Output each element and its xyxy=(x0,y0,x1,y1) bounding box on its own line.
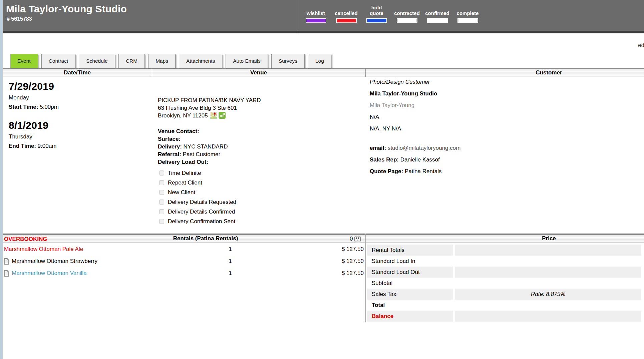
datetime-section-header: Date/Time xyxy=(3,69,152,76)
document-icon xyxy=(4,270,9,277)
page-title: Mila Taylor-Young Studio xyxy=(6,3,127,15)
tab-attachments[interactable]: Attachments xyxy=(179,54,222,68)
confirmed-swatch xyxy=(427,18,448,23)
rentals-section-header: Rentals (Patina Rentals) xyxy=(3,235,408,242)
checkbox-row-delivery-details-requested: Delivery Details Requested xyxy=(158,197,358,207)
checkbox-row-delivery-confirmation-sent: Delivery Confirmation Sent xyxy=(158,217,358,226)
venue-contact-label: Venue Contact: xyxy=(158,127,358,135)
price-row-standard-load-in: Standard Load In xyxy=(367,256,641,267)
end-date: 8/1/2019 xyxy=(9,120,142,131)
price-row-total: Total xyxy=(367,300,641,311)
column-divider xyxy=(152,69,152,77)
rental-item-link[interactable]: Marshmallow Ottoman Strawberry xyxy=(3,258,97,265)
venue-column: PICKUP FROM PATINA/BK NAVY YARD 63 Flush… xyxy=(158,96,358,226)
referral-value: Past Customer xyxy=(183,151,220,157)
customer-address2: N/A, NY N/A xyxy=(370,126,630,131)
start-day: Monday xyxy=(9,94,142,101)
tab-schedule[interactable]: Schedule xyxy=(79,54,115,68)
delivery-load-out-label: Delivery Load Out: xyxy=(158,158,358,166)
customer-company: Mila Taylor-Young Studio xyxy=(370,91,630,96)
rentals-price-divider xyxy=(365,234,366,322)
checkbox-row-delivery-details-confirmed: Delivery Details Confirmed xyxy=(158,207,358,217)
venue-name: PICKUP FROM PATINA/BK NAVY YARD xyxy=(158,96,358,104)
venue-surface-label: Surface: xyxy=(158,135,358,143)
rental-row: Marshmallow Ottoman Vanilla 1 $ 127.50 xyxy=(3,267,365,279)
contracted-swatch xyxy=(397,18,417,23)
legend-item-hold-quote: hold quote xyxy=(361,1,392,23)
rental-row: Marshmallow Ottoman Pale Ale 1 $ 127.50 xyxy=(3,243,365,255)
header-bar: Mila Taylor-Young Studio # 5615783 wishl… xyxy=(3,0,644,33)
rental-price: $ 127.50 xyxy=(313,270,364,277)
venue-section-header: Venue xyxy=(152,69,365,76)
price-row-standard-load-out: Standard Load Out xyxy=(367,267,641,278)
quote-page-line: Quote Page: Patina Rentals xyxy=(370,168,630,174)
wishlist-swatch xyxy=(306,18,326,23)
venue-address-line1: 63 Flushing Ave Bldg 3 Ste 601 xyxy=(158,104,358,112)
tab-surveys[interactable]: Surveys xyxy=(271,54,305,68)
price-row-rental-totals: Rental Totals xyxy=(367,245,641,256)
delivery-details-confirmed-checkbox[interactable] xyxy=(159,209,164,214)
start-time: 5:00pm xyxy=(40,104,59,110)
venue-referral-line: Referral: Past Customer xyxy=(158,150,358,158)
delivery-confirmation-sent-checkbox[interactable] xyxy=(159,219,164,224)
tab-maps[interactable]: Maps xyxy=(148,54,176,68)
section-header-band: Date/Time Venue Customer xyxy=(3,68,644,76)
rental-item-link[interactable]: Marshmallow Ottoman Vanilla xyxy=(3,270,87,277)
end-time-line: End Time: 9:00am xyxy=(9,142,142,149)
complete-swatch xyxy=(457,18,478,23)
edit-link[interactable]: edit xyxy=(638,42,644,49)
price-table: Rental Totals Standard Load In Standard … xyxy=(367,245,641,322)
column-divider xyxy=(365,69,366,77)
start-date: 7/29/2019 xyxy=(9,81,142,92)
delivery-details-requested-checkbox[interactable] xyxy=(159,200,164,205)
tab-log[interactable]: Log xyxy=(308,54,331,68)
checkbox-row-repeat-client: Repeat Client xyxy=(158,178,358,188)
price-section-header: Price xyxy=(366,235,644,242)
customer-section-header: Customer xyxy=(365,69,644,76)
tab-crm[interactable]: CRM xyxy=(118,54,145,68)
end-time: 9:00am xyxy=(38,143,57,149)
customer-column: Photo/Design Customer Mila Taylor-Young … xyxy=(370,79,630,180)
tab-bar: Event Contract Schedule CRM Maps Attachm… xyxy=(10,54,331,68)
google-maps-icon[interactable] xyxy=(210,112,217,119)
tab-auto-emails[interactable]: Auto Emails xyxy=(226,54,268,68)
tab-event[interactable]: Event xyxy=(10,54,38,68)
start-time-line: Start Time: 5:00pm xyxy=(9,103,142,110)
legend-item-confirmed: confirmed xyxy=(422,1,452,23)
venue-delivery-line: Delivery: NYC STANDARD xyxy=(158,143,358,150)
rental-price: $ 127.50 xyxy=(313,258,364,265)
sales-rep-line: Sales Rep: Danielle Kassof xyxy=(370,157,630,162)
rental-qty: 1 xyxy=(180,246,280,253)
cancelled-swatch xyxy=(336,18,357,23)
quote-page: Patina Rentals xyxy=(405,168,442,174)
sales-tax-rate: Rate: 8.875% xyxy=(455,289,641,300)
document-icon xyxy=(4,258,9,265)
legend-item-cancelled: cancelled xyxy=(331,1,361,23)
rental-qty: 1 xyxy=(180,270,280,277)
price-row-balance: Balance xyxy=(367,311,641,322)
delivery-value: NYC STANDARD xyxy=(184,143,228,150)
time-definite-checkbox[interactable] xyxy=(159,170,164,175)
rentals-count: 0 xyxy=(350,236,361,242)
mapquest-icon[interactable]: m xyxy=(219,112,226,119)
legend-item-wishlist: wishlist xyxy=(301,1,331,23)
sales-rep: Danielle Kassof xyxy=(400,156,440,163)
checkbox-row-time-definite: Time Definite xyxy=(158,168,358,178)
rental-item-link[interactable]: Marshmallow Ottoman Pale Ale xyxy=(3,246,83,253)
rental-qty: 1 xyxy=(180,258,280,265)
repeat-client-checkbox[interactable] xyxy=(159,180,164,185)
legend-item-contracted: contracted xyxy=(392,1,422,23)
hold-quote-swatch xyxy=(366,18,387,23)
customer-email-line: email: studio@milatayloryoung.com xyxy=(370,145,630,151)
checkbox-row-new-client: New Client xyxy=(158,188,358,197)
header-divider xyxy=(298,0,298,33)
tab-contract[interactable]: Contract xyxy=(41,54,76,68)
rentals-header-band: OVERBOOKING Rentals (Patina Rentals) 0 P… xyxy=(3,234,644,243)
legend-item-complete: complete xyxy=(452,1,483,23)
end-day: Thursday xyxy=(9,133,142,140)
page-edge-strip xyxy=(0,0,3,359)
power-outlet-icon[interactable] xyxy=(354,236,361,242)
new-client-checkbox[interactable] xyxy=(159,190,164,195)
customer-address1: N/A xyxy=(370,114,630,120)
datetime-column: 7/29/2019 Monday Start Time: 5:00pm 8/1/… xyxy=(9,81,142,149)
